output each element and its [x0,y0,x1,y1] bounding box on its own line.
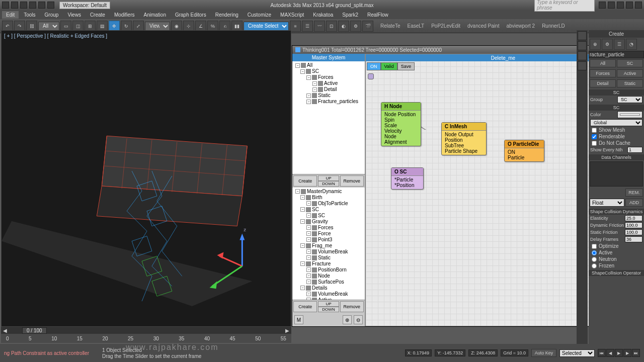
on-toggle[interactable]: ON [367,62,381,70]
showmesh-check[interactable] [592,128,597,133]
toolbar-extra[interactable]: RelateTe [377,23,403,29]
tree-item[interactable]: −VolumeBreak [293,249,364,255]
active-radio[interactable] [592,250,597,255]
coord-z[interactable]: Z: 246.4308 [468,349,498,356]
layers-button[interactable]: ☰ [302,21,313,32]
menu-realflow[interactable]: RealFlow [363,11,392,19]
datachannels-list[interactable] [590,161,643,187]
scd-rollout[interactable]: Shape Collision Dynamics [589,209,644,215]
material-editor-button[interactable]: ◐ [338,21,349,32]
menu-views[interactable]: Views [63,11,85,19]
scope-select[interactable]: Global [590,119,642,126]
max-icon[interactable] [626,2,633,9]
showevery-spinner[interactable] [627,147,642,153]
tree-item[interactable]: −All [293,62,364,68]
menu-rendering[interactable]: Rendering [211,11,243,19]
active-button[interactable]: Active [617,69,643,77]
help-search[interactable]: Type a keyword or phrase [534,0,595,12]
tree-item[interactable]: −SC [293,68,364,74]
tree-item[interactable]: −Point3 [293,237,364,243]
color-swatch[interactable] [617,111,642,118]
group-tree[interactable]: −All−SC−Forces−Active−Detail−Static−Frac… [292,61,365,174]
group-select[interactable]: SC [617,96,642,103]
tree-item[interactable]: −SC [293,213,364,219]
menu-animation[interactable]: Animation [139,11,170,19]
tool-btn-1[interactable]: ⊕ [343,315,352,324]
workspace-selector[interactable]: Workspace: Default [59,2,110,9]
tree-item[interactable]: −ObjToParticle [293,201,364,207]
toolbar-extra[interactable]: EaseLT [404,23,427,29]
remove-button[interactable]: Remove [340,175,364,187]
type-select[interactable]: Float [590,199,624,207]
tree-item[interactable]: −Force [293,231,364,237]
min-icon[interactable] [617,2,624,9]
align-button[interactable]: ≡ [290,21,301,32]
optimize-check[interactable] [592,244,597,249]
tree-item[interactable]: −Birth [293,195,364,201]
open-icon[interactable] [20,2,27,9]
down-button-2[interactable]: DOWN [318,307,339,312]
datachannels-rollout[interactable]: Data Channels [589,154,644,160]
menu-spark2[interactable]: Spark2 [338,11,362,19]
menu-customize[interactable]: Customize [244,11,275,19]
goto-end-button[interactable]: ⏭ [632,349,640,357]
cp-icon-2[interactable]: ⚙ [602,39,613,50]
toolbar-extra[interactable]: PoP2LevEdit [428,23,463,29]
coord-x[interactable]: X: 0.17949 [405,349,432,356]
viewport-label[interactable]: [ + ] [ Perspective ] [ Realistic + Edge… [4,33,107,39]
curve-editor-button[interactable]: 〰 [314,21,325,32]
tree-item[interactable]: −Frag_me [293,243,364,249]
tool-btn-2[interactable]: ⊖ [354,315,363,324]
remove-button-2[interactable]: Remove [340,301,364,312]
menu-create[interactable]: Create [86,11,109,19]
static-button[interactable]: Static [617,79,643,87]
neutron-radio[interactable] [592,257,597,262]
cp-icon-4[interactable]: ◔ [626,39,637,50]
tree-item[interactable]: −Gravity [293,219,364,225]
time-slider-handle[interactable]: 0 / 100 [22,327,47,334]
tree-item[interactable]: −Fracture_particles [293,99,364,105]
ref-coord-system[interactable]: View [145,22,170,31]
renderable-check[interactable] [592,134,597,139]
schematic-button[interactable]: ⊡ [326,21,337,32]
tree-item[interactable]: −Active [293,80,364,86]
time-ruler[interactable]: 0510152025303540455055 [1,334,291,343]
menu-modifiers[interactable]: Modifiers [110,11,139,19]
undo-icon[interactable] [38,2,45,9]
valid-toggle[interactable]: Valid [381,62,397,70]
goto-start-button[interactable]: ⏮ [598,349,606,357]
frozen-radio[interactable] [592,263,597,268]
detail-button[interactable]: Detail [590,79,616,87]
redo-icon[interactable] [47,2,54,9]
toolbar-extra[interactable]: RunnerLD [539,23,568,29]
vs-view-icon[interactable] [578,61,587,70]
next-frame-button[interactable]: ▶ [623,349,631,357]
prev-frame-button[interactable]: ◀ [606,349,614,357]
sc-rollout-1[interactable]: SC [589,89,644,96]
tree-item[interactable]: −Node [293,273,364,279]
new-icon[interactable] [11,2,18,9]
toolbar-extra[interactable]: abviewport 2 [503,23,538,29]
tree-item[interactable]: −Detail [293,86,364,93]
vs-edge-icon[interactable] [578,51,587,60]
tree-item[interactable]: −Forces [293,74,364,80]
vs-light-icon[interactable] [578,31,587,40]
help-icon[interactable] [608,2,615,9]
toolbar-extra[interactable]: dvanced Paint [464,23,502,29]
coord-y[interactable]: Y: -145.7332 [435,349,465,356]
menu-group[interactable]: Group [41,11,63,19]
donotcache-check[interactable] [592,141,597,146]
sc-rollout-2[interactable]: SC [589,105,644,111]
vs-shade-icon[interactable] [578,41,587,50]
down-button[interactable]: DOWN [318,181,339,187]
tree-item[interactable]: −PositionBorn [293,267,364,273]
sc-button[interactable]: SC [617,59,643,67]
tree-item[interactable]: −MasterDynamic [293,189,364,195]
tree-item[interactable]: −VolumeBreak [293,291,364,297]
save-icon[interactable] [29,2,36,9]
render-button[interactable]: 🎬 [362,21,373,32]
close-icon[interactable] [635,2,642,9]
render-setup-button[interactable]: ⚙ [350,21,361,32]
up-button-2[interactable]: UP [318,301,339,307]
tree-item[interactable]: −SurfacePos [293,279,364,285]
